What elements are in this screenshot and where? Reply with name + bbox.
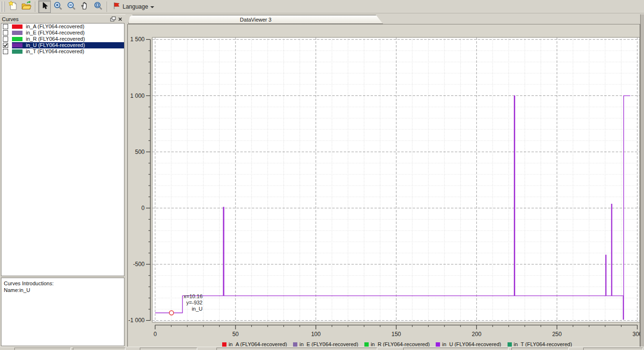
status-segment [403,348,508,350]
marker-tooltip-line: in_U [192,306,203,312]
x-tick-label: 250 [552,331,562,338]
x-tick-label: 200 [472,331,481,338]
tab-dataviewer-3[interactable]: DataViewer 3 [128,15,383,24]
curves-list: in_A (FLY064-recovered)in_E (FLY064-reco… [1,23,124,276]
status-segment [511,348,569,350]
status-segment [73,348,125,350]
curve-label: in_T (FLY064-recovered) [26,48,84,55]
zoom-out-button[interactable] [65,0,78,13]
curves-introductions-title: Curves Introductions: [4,280,122,287]
zoom-in-button[interactable] [52,0,64,13]
language-menu-button[interactable]: Language [110,1,157,12]
tab-label: DataViewer 3 [240,17,271,23]
toolbar-separator [107,1,108,12]
window-right-edge [640,14,644,347]
x-tick-label: 0 [154,331,157,338]
y-tick-label: 500 [135,149,145,155]
curve-color-swatch [12,43,23,47]
pan-tool-button[interactable] [79,0,91,13]
pan-hand-icon [80,1,90,12]
curve-row-in_T[interactable]: in_T (FLY064-recovered) [1,48,124,55]
legend-color-square [436,342,440,347]
chart-panel: -1 000-50005001 0001 5000501001502002503… [127,24,640,347]
marker-tooltip-line: x=10.16 [184,293,203,299]
float-window-icon [110,16,116,22]
curve-checkbox[interactable] [3,30,8,35]
curve-color-swatch [12,31,23,35]
status-segment [583,348,643,350]
select-arrow-icon [40,1,49,12]
curve-label: in_R (FLY064-recovered) [26,36,85,42]
new-file-button[interactable] [7,0,19,13]
flag-icon [113,1,120,12]
curve-checkbox[interactable] [3,24,8,29]
chart-canvas[interactable]: -1 000-50005001 0001 5000501001502002503… [128,24,641,341]
curves-panel-titlebar: Curves [0,14,125,23]
legend-color-square [222,342,226,347]
select-tool-button[interactable] [38,0,51,13]
marker-tooltip-line: y=-932 [186,300,203,305]
curve-row-in_E[interactable]: in_E (FLY064-recovered) [1,30,124,36]
toolbar-grip[interactable] [1,1,5,12]
curve-color-swatch [12,37,23,41]
legend-color-square [364,342,369,347]
y-tick-label: -500 [133,261,145,268]
curve-name-value: Name:in_U [4,287,122,293]
toolbar: Language [0,0,644,13]
curves-introductions-box: Curves Introductions: Name:in_U [1,278,124,346]
x-tick-label: 150 [391,331,401,338]
status-segment [140,348,197,350]
tab-bar: DataViewer 3 [127,15,640,24]
x-tick-label: 50 [232,331,239,338]
curve-checkbox[interactable] [3,49,8,54]
legend-color-square [293,342,297,347]
curves-panel-title: Curves [2,16,19,22]
x-tick-label: 100 [311,331,321,338]
close-panel-button[interactable] [116,16,124,23]
legend-color-square [508,342,512,347]
open-folder-icon [21,0,32,13]
float-panel-button[interactable] [109,16,116,23]
status-segment [216,348,377,350]
y-tick-label: 1 500 [130,36,145,43]
curve-label: in_A (FLY064-recovered) [26,23,84,30]
chevron-down-icon [150,6,154,8]
close-icon [118,17,123,22]
zoom-fit-icon [93,1,103,12]
curve-row-in_A[interactable]: in_A (FLY064-recovered) [1,23,124,30]
curve-color-swatch [12,49,23,54]
plot-area[interactable] [152,37,640,322]
curve-label: in_U (FLY064-recovered) [26,42,85,48]
curve-color-swatch [12,24,23,29]
curve-checkbox[interactable] [3,43,8,48]
curve-row-in_U[interactable]: in_U (FLY064-recovered) [1,42,124,48]
x-tick-label: 300 [633,331,641,338]
zoom-in-icon [53,1,63,12]
data-point-marker [169,311,174,315]
y-tick-label: 1 000 [130,93,145,99]
curve-row-in_R[interactable]: in_R (FLY064-recovered) [1,36,124,42]
zoom-out-icon [67,1,76,12]
curve-checkbox[interactable] [3,36,8,42]
open-file-button[interactable] [20,0,33,13]
status-segment [14,348,71,350]
y-tick-label: 0 [141,205,145,211]
curve-label: in_E (FLY064-recovered) [26,30,85,36]
checkmark-icon [3,43,8,47]
status-bar [0,347,644,350]
y-tick-label: -1 000 [128,317,145,324]
new-file-icon [8,0,18,13]
toolbar-separator [35,1,36,12]
zoom-fit-button[interactable] [92,0,104,13]
language-label: Language [123,3,148,10]
